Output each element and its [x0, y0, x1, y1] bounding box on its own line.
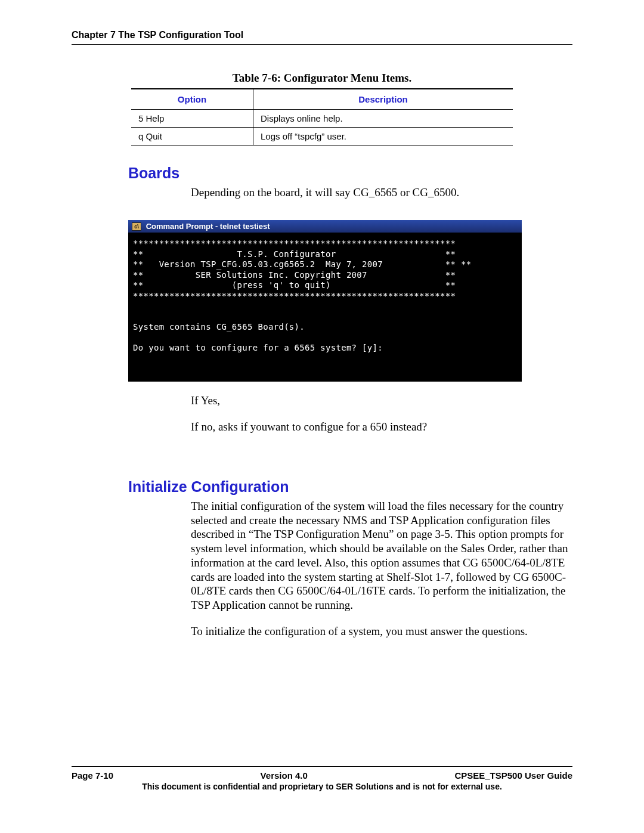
footer-guide: CPSEE_TSP500 User Guide: [454, 770, 572, 781]
col-option: Option: [131, 89, 253, 110]
cell-option: 5 Help: [131, 110, 253, 128]
footer-confidential: This document is confidential and propri…: [72, 782, 572, 791]
table-header-row: Option Description: [131, 89, 513, 110]
configurator-table: Option Description 5 Help Displays onlin…: [131, 88, 513, 145]
boards-intro: Depending on the board, it will say CG_6…: [191, 185, 572, 200]
initconf-p1: The initial configuration of the system …: [191, 499, 572, 612]
terminal-title-text: Command Prompt - telnet testiest: [146, 222, 270, 231]
cell-description: Logs off “tspcfg” user.: [253, 128, 513, 145]
document-page: Chapter 7 The TSP Configuration Tool Tab…: [0, 0, 644, 833]
terminal-body: ****************************************…: [128, 233, 522, 382]
terminal-titlebar: c\ Command Prompt - telnet testiest: [128, 220, 522, 233]
col-description: Description: [253, 89, 513, 110]
table-row: 5 Help Displays online help.: [131, 110, 513, 128]
cmd-icon: c\: [132, 222, 141, 231]
initconf-heading: Initialize Configuration: [128, 478, 572, 496]
initconf-p2: To initialize the configuration of a sys…: [191, 624, 572, 639]
boards-if-yes: If Yes,: [191, 394, 572, 408]
page-header: Chapter 7 The TSP Configuration Tool: [72, 30, 572, 45]
footer-version: Version 4.0: [261, 770, 308, 781]
boards-heading: Boards: [128, 165, 572, 182]
cell-option: q Quit: [131, 128, 253, 145]
page-footer: Page 7-10 Version 4.0 CPSEE_TSP500 User …: [72, 766, 572, 791]
table-caption: Table 7-6: Configurator Menu Items.: [72, 72, 572, 85]
cell-description: Displays online help.: [253, 110, 513, 128]
footer-page: Page 7-10: [72, 770, 113, 781]
table-row: q Quit Logs off “tspcfg” user.: [131, 128, 513, 145]
terminal-window: c\ Command Prompt - telnet testiest ****…: [128, 220, 522, 382]
boards-if-no: If no, asks if youwant to configue for a…: [191, 420, 572, 434]
